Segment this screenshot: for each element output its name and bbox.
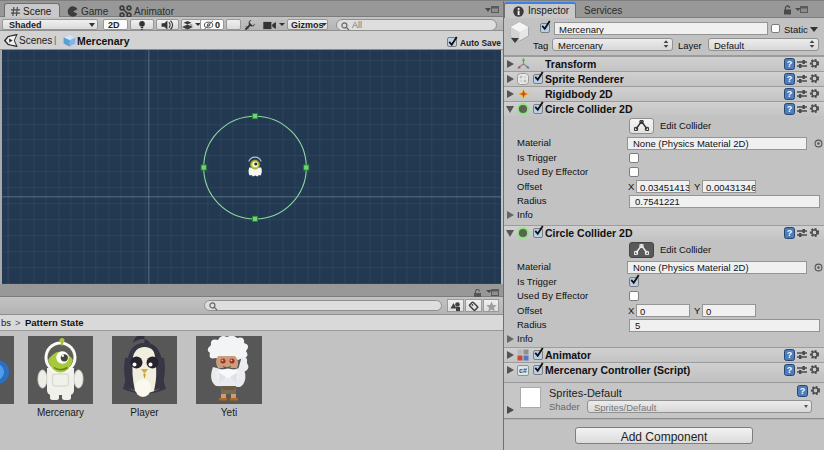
svg-text:?: ?: [787, 104, 793, 114]
svg-text:?: ?: [787, 74, 793, 84]
svg-text:?: ?: [787, 350, 793, 360]
svg-text:c#: c#: [519, 367, 527, 374]
svg-text:?: ?: [787, 89, 793, 99]
svg-text:?: ?: [787, 365, 793, 375]
svg-text:?: ?: [787, 228, 793, 238]
svg-text:?: ?: [787, 59, 793, 69]
svg-text:?: ?: [800, 386, 806, 396]
